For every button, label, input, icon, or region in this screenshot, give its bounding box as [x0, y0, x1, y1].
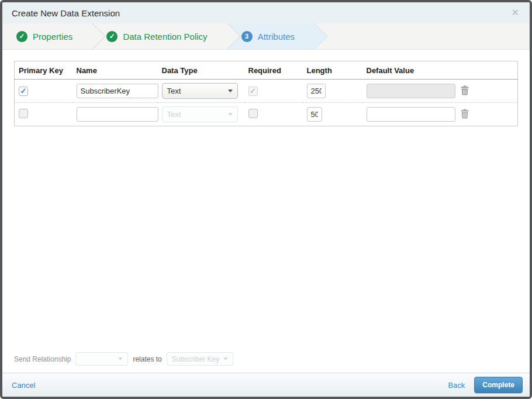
step-label: Data Retention Policy — [123, 32, 207, 42]
col-header-name: Name — [72, 61, 158, 80]
send-relationship-select — [75, 352, 128, 366]
dialog-content: Primary Key Name Data Type Required Leng… — [2, 50, 530, 373]
data-type-select: Text — [162, 106, 238, 122]
primary-key-checkbox[interactable] — [19, 87, 28, 96]
attribute-row-1: Text — [15, 80, 518, 103]
dialog-title: Create New Data Extension — [12, 8, 120, 18]
wizard-steps: ✓ Properties ✓ Data Retention Policy 3 A… — [2, 23, 530, 50]
col-header-length: Length — [303, 61, 362, 80]
length-input[interactable] — [307, 84, 326, 98]
attributes-table: Primary Key Name Data Type Required Leng… — [14, 61, 518, 126]
default-value-input — [367, 84, 455, 98]
required-checkbox — [248, 87, 258, 96]
col-header-default-value: Default Value — [362, 61, 456, 80]
check-circle-icon: ✓ — [16, 31, 27, 42]
footer-right-group: Back Complete — [448, 377, 523, 393]
relates-to-value: Subscriber Key — [172, 355, 219, 363]
col-header-required: Required — [244, 61, 303, 80]
dialog-titlebar: Create New Data Extension ✕ — [2, 2, 530, 23]
relates-to-label: relates to — [133, 355, 161, 363]
step-number-badge: 3 — [241, 31, 253, 42]
back-link[interactable]: Back — [448, 381, 465, 390]
col-header-data-type: Data Type — [158, 61, 244, 80]
name-input[interactable] — [77, 107, 158, 122]
name-input[interactable] — [77, 84, 158, 98]
close-icon[interactable]: ✕ — [509, 7, 521, 19]
send-relationship-label: Send Relationship — [12, 355, 71, 363]
col-header-primary-key: Primary Key — [15, 61, 72, 80]
length-input[interactable] — [307, 107, 322, 122]
complete-button[interactable]: Complete — [474, 377, 523, 393]
default-value-input[interactable] — [367, 107, 455, 122]
step-label: Properties — [33, 32, 72, 42]
attribute-row-2: Text — [15, 103, 518, 126]
step-label: Attributes — [258, 32, 295, 42]
chevron-down-icon — [223, 357, 228, 360]
chevron-down-icon — [228, 113, 233, 116]
data-type-value: Text — [167, 110, 181, 119]
data-type-select[interactable]: Text — [162, 83, 238, 99]
chevron-down-icon — [118, 357, 123, 360]
required-checkbox[interactable] — [248, 109, 258, 118]
table-header-row: Primary Key Name Data Type Required Leng… — [15, 61, 518, 80]
create-data-extension-dialog: Create New Data Extension ✕ ✓ Properties… — [0, 0, 532, 399]
send-relationship-row: Send Relationship relates to Subscriber … — [12, 352, 518, 373]
primary-key-checkbox[interactable] — [19, 109, 28, 118]
dialog-footer: Cancel Back Complete — [2, 373, 530, 397]
trash-icon[interactable] — [460, 109, 469, 119]
step-properties[interactable]: ✓ Properties — [2, 23, 92, 49]
content-spacer — [14, 126, 518, 352]
relates-to-select: Subscriber Key — [167, 352, 233, 366]
check-circle-icon: ✓ — [106, 31, 118, 42]
cancel-link[interactable]: Cancel — [12, 381, 35, 390]
trash-icon[interactable] — [460, 85, 469, 95]
col-header-actions — [456, 61, 518, 80]
step-data-retention-policy[interactable]: ✓ Data Retention Policy — [92, 23, 227, 49]
data-type-value: Text — [167, 87, 181, 95]
chevron-down-icon — [228, 90, 233, 92]
